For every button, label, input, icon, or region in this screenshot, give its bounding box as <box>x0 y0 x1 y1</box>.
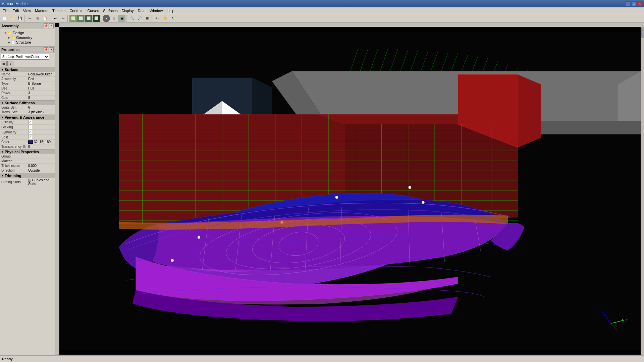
paste-button[interactable]: 📋 <box>42 15 49 22</box>
menu-item-surfaces[interactable]: Surfaces <box>101 8 119 13</box>
view4-button[interactable]: ⬜ <box>93 15 100 22</box>
prop-group-row: Group <box>0 154 55 159</box>
wire-button[interactable]: ◎ <box>110 15 118 22</box>
pan-button[interactable]: ✋ <box>161 15 169 22</box>
svg-text:Y: Y <box>626 318 628 321</box>
sep4 <box>101 15 102 22</box>
svg-point-82 <box>409 186 411 189</box>
assembly-panel-controls: 📌 ✕ <box>44 23 54 28</box>
assembly-header: Assembly 📌 ✕ <box>0 23 55 29</box>
open-button[interactable]: 📁 <box>8 15 16 22</box>
view2-button[interactable]: ⬜ <box>77 15 85 22</box>
properties-title: Properties <box>1 48 19 52</box>
cut-button[interactable]: ✂ <box>26 15 34 22</box>
menu-item-controls[interactable]: Controls <box>67 8 85 13</box>
trimming-section-label: Trimming <box>5 174 21 178</box>
render-button[interactable]: ● <box>103 15 110 22</box>
surface-selector[interactable]: Surface: PodLowerOuter <box>1 54 49 60</box>
svg-point-85 <box>198 236 200 239</box>
viewport[interactable]: Y Z -100 -80 -60 -40 -20 0 Yaw 20 <box>55 23 644 362</box>
rotate-button[interactable]: ↻ <box>154 15 161 22</box>
undo-button[interactable]: ↩ <box>52 15 59 22</box>
menu-item-file[interactable]: File <box>1 8 11 13</box>
assembly-panel: Assembly 📌 ✕ ▼ 📁 Design ▶ 📁 Geometry <box>0 23 55 46</box>
prop-icon-2[interactable]: ↕ <box>7 61 13 66</box>
menu-item-trimesh[interactable]: Trimesh <box>50 8 67 13</box>
properties-pin-button[interactable]: 📌 <box>44 47 48 52</box>
properties-close-button[interactable]: ✕ <box>49 47 54 52</box>
redo-button[interactable]: ↪ <box>59 15 67 22</box>
appearance-section-header[interactable]: ▼ Viewing & Appearance <box>0 115 55 120</box>
zoom-in-button[interactable]: 🔍 <box>128 15 136 22</box>
menu-item-display[interactable]: Display <box>120 8 136 13</box>
geometry-label: Geometry <box>16 36 32 40</box>
menu-item-help[interactable]: Help <box>165 8 176 13</box>
symmetry-checkbox[interactable]: ✓ <box>28 130 32 134</box>
structure-arrow: ▶ <box>8 41 10 44</box>
view3-button[interactable]: ⬜ <box>85 15 92 22</box>
assembly-close-button[interactable]: ✕ <box>49 23 54 28</box>
prop-transstiff-row: Trans. Stiff. 3 (flexible) <box>0 110 55 115</box>
ruler-horizontal <box>59 23 644 27</box>
prop-color-row: Color 32; 15; 189 <box>0 140 55 144</box>
surface-section: ▼ Surface Name PodLowerOuter Assembly Po… <box>0 67 55 100</box>
thickness-value: 0.000 <box>28 164 54 168</box>
surface-section-header[interactable]: ▼ Surface <box>0 67 55 72</box>
minimize-button[interactable]: ─ <box>625 1 631 6</box>
properties-panel: Properties 📌 ✕ Surface: PodLowerOuter ⊞ … <box>0 46 55 362</box>
locking-label: Locking <box>1 125 28 129</box>
prop-direction-row: Direction Outside <box>0 168 55 173</box>
left-panel: Assembly 📌 ✕ ▼ 📁 Design ▶ 📁 Geometry <box>0 23 55 362</box>
rows-label: Rows <box>1 91 28 95</box>
menu-item-curves[interactable]: Curves <box>85 8 101 13</box>
prop-visibility-row: Visibility ✓ <box>0 120 55 125</box>
select-button[interactable]: ↖ <box>169 15 176 22</box>
trimming-section-header[interactable]: ▼ Trimming <box>0 173 55 178</box>
design-arrow: ▼ <box>4 32 7 35</box>
appearance-section-label: Viewing & Appearance <box>5 115 44 119</box>
direction-value: Outside <box>28 169 54 172</box>
zoom-out-button[interactable]: 🔎 <box>136 15 143 22</box>
maximize-button[interactable]: □ <box>631 1 637 6</box>
window-controls: ─ □ ✕ <box>625 1 643 6</box>
tree-item-design[interactable]: ▼ 📁 Design <box>1 31 54 35</box>
main-area: Assembly 📌 ✕ ▼ 📁 Design ▶ 📁 Geometry <box>0 23 644 362</box>
prop-icon-1[interactable]: ⊞ <box>1 61 7 66</box>
stiffness-section-header[interactable]: ▼ Surface Stiffness <box>0 100 55 105</box>
shade-button[interactable]: ▣ <box>118 15 125 22</box>
stiffness-section-label: Surface Stiffness <box>5 101 35 105</box>
physical-collapse-arrow: ▼ <box>1 150 4 154</box>
new-button[interactable]: 📄 <box>1 15 8 22</box>
close-button[interactable]: ✕ <box>637 1 643 6</box>
titlebar-left: Maxsurf Modeler <box>1 2 29 6</box>
tree-item-structure[interactable]: ▶ 📄 Structure <box>1 40 54 45</box>
view1-button[interactable]: ⬜ <box>69 15 77 22</box>
locking-checkbox[interactable] <box>28 125 32 129</box>
group-label: Group <box>1 155 28 158</box>
3d-scene[interactable]: Y Z <box>59 27 641 355</box>
split-checkbox[interactable]: ✓ <box>28 135 32 139</box>
save-button[interactable]: 💾 <box>16 15 23 22</box>
right-scrollbar[interactable] <box>641 27 644 355</box>
physical-section-header[interactable]: ▼ Physical Properties <box>0 149 55 154</box>
menu-item-view[interactable]: View <box>21 8 33 13</box>
zoom-fit-button[interactable]: ⊞ <box>144 15 151 22</box>
name-label: Name <box>1 72 28 76</box>
menu-item-data[interactable]: Data <box>136 8 148 13</box>
prop-split-row: Split ✓ <box>0 135 55 140</box>
copy-button[interactable]: ⎘ <box>34 15 41 22</box>
tree-item-geometry[interactable]: ▶ 📁 Geometry <box>1 35 54 40</box>
menu-item-window[interactable]: Window <box>148 8 165 13</box>
menu-item-edit[interactable]: Edit <box>11 8 21 13</box>
status-text: Ready <box>2 357 13 361</box>
type-label: Type <box>1 82 28 85</box>
surface-section-label: Surface <box>5 68 18 72</box>
svg-point-86 <box>171 259 174 262</box>
visibility-checkbox[interactable]: ✓ <box>28 120 32 124</box>
longstiff-label: Long. Stiff. <box>1 106 28 109</box>
sep5 <box>126 15 127 22</box>
menu-item-markers[interactable]: Markers <box>33 8 50 13</box>
color-swatch[interactable] <box>28 140 33 144</box>
assembly-pin-button[interactable]: 📌 <box>44 23 48 28</box>
visibility-label: Visibility <box>1 120 28 124</box>
